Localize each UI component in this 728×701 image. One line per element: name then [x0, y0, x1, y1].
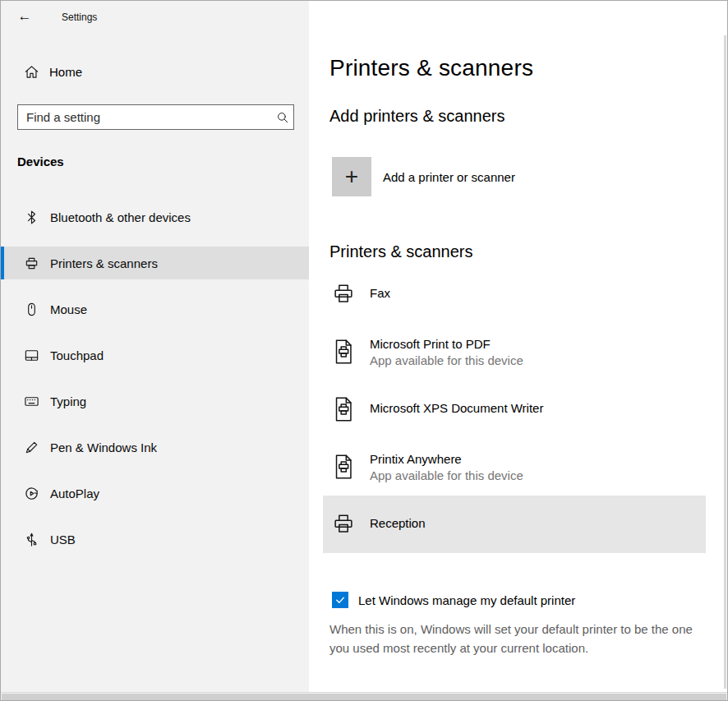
- sidebar-item-pen[interactable]: Pen & Windows Ink: [1, 431, 309, 463]
- sidebar: ← Settings Home Devices: [1, 1, 309, 700]
- settings-window: ← Settings Home Devices: [0, 0, 728, 701]
- vertical-scrollbar[interactable]: [724, 35, 726, 689]
- plus-icon: +: [332, 157, 371, 196]
- printer-row-print-to-pdf[interactable]: Microsoft Print to PDF App available for…: [323, 323, 706, 380]
- back-arrow-icon: ←: [18, 8, 32, 24]
- back-button[interactable]: ←: [9, 2, 40, 30]
- default-printer-toggle-row[interactable]: Let Windows manage my default printer: [332, 592, 575, 608]
- printer-row-xps-writer[interactable]: Microsoft XPS Document Writer: [323, 380, 706, 438]
- printer-icon: [329, 510, 357, 538]
- app-title: Settings: [62, 12, 97, 23]
- default-printer-checkbox[interactable]: [332, 592, 348, 608]
- usb-icon: [24, 532, 39, 547]
- bluetooth-icon: [24, 210, 39, 225]
- printer-row-printix-anywhere[interactable]: Printix Anywhere App available for this …: [323, 438, 706, 496]
- sidebar-item-touchpad[interactable]: Touchpad: [1, 339, 309, 371]
- printer-document-icon: [329, 453, 357, 481]
- sidebar-item-label: Printers & scanners: [50, 256, 158, 270]
- sidebar-item-printers[interactable]: Printers & scanners: [1, 247, 309, 279]
- touchpad-icon: [24, 348, 39, 363]
- search-input[interactable]: [18, 105, 272, 129]
- autoplay-icon: [24, 486, 39, 501]
- sidebar-nav: Bluetooth & other devices Printers & sca…: [1, 201, 309, 569]
- sidebar-item-autoplay[interactable]: AutoPlay: [1, 477, 309, 510]
- sidebar-item-label: Touchpad: [50, 348, 104, 362]
- sidebar-item-label: AutoPlay: [50, 487, 99, 500]
- add-section-title: Add printers & scanners: [329, 107, 505, 126]
- printer-name: Microsoft XPS Document Writer: [370, 401, 543, 415]
- search-icon[interactable]: [272, 111, 293, 124]
- horizontal-scrollbar-track: [1, 692, 727, 700]
- default-printer-description: When this is on, Windows will set your d…: [329, 620, 711, 657]
- printer-document-icon: [329, 338, 357, 366]
- printer-list: Fax Microsoft Print to PDF App: [323, 265, 706, 553]
- printer-row-fax[interactable]: Fax: [323, 265, 706, 323]
- selected-accent-bar: [1, 247, 4, 279]
- add-printer-label: Add a printer or scanner: [383, 170, 515, 184]
- printer-icon: [329, 280, 357, 308]
- sidebar-item-home[interactable]: Home: [1, 58, 309, 85]
- mouse-icon: [24, 302, 39, 317]
- sidebar-item-label: Typing: [50, 394, 86, 408]
- add-printer-button[interactable]: + Add a printer or scanner: [332, 157, 515, 196]
- checkmark-icon: [334, 594, 346, 606]
- sidebar-item-label: Bluetooth & other devices: [50, 210, 191, 224]
- keyboard-icon: [24, 394, 39, 409]
- sidebar-item-bluetooth[interactable]: Bluetooth & other devices: [1, 201, 309, 233]
- printer-status: App available for this device: [370, 353, 523, 367]
- printer-document-icon: [329, 395, 357, 423]
- printer-status: App available for this device: [370, 468, 523, 482]
- printer-name: Printix Anywhere: [370, 452, 523, 466]
- home-icon: [24, 64, 39, 80]
- pen-icon: [24, 440, 39, 455]
- default-printer-label: Let Windows manage my default printer: [358, 593, 575, 607]
- sidebar-section-title: Devices: [17, 154, 64, 168]
- printer-name: Fax: [370, 286, 390, 300]
- sidebar-item-usb[interactable]: USB: [1, 523, 309, 556]
- page-title: Printers & scanners: [329, 55, 533, 81]
- printer-name: Reception: [370, 516, 426, 530]
- search-box: [17, 104, 294, 130]
- printer-icon: [24, 256, 39, 271]
- sidebar-item-label: Pen & Windows Ink: [50, 440, 157, 454]
- printer-row-reception[interactable]: Reception: [323, 496, 706, 553]
- main-content: Printers & scanners Add printers & scann…: [309, 1, 727, 700]
- sidebar-item-typing[interactable]: Typing: [1, 385, 309, 417]
- horizontal-scrollbar-thumb[interactable]: [2, 694, 726, 700]
- home-label: Home: [49, 65, 82, 79]
- printer-name: Microsoft Print to PDF: [370, 337, 523, 351]
- sidebar-item-label: Mouse: [50, 302, 87, 316]
- sidebar-item-label: USB: [50, 533, 76, 547]
- sidebar-item-mouse[interactable]: Mouse: [1, 293, 309, 325]
- printers-section-title: Printers & scanners: [329, 242, 473, 261]
